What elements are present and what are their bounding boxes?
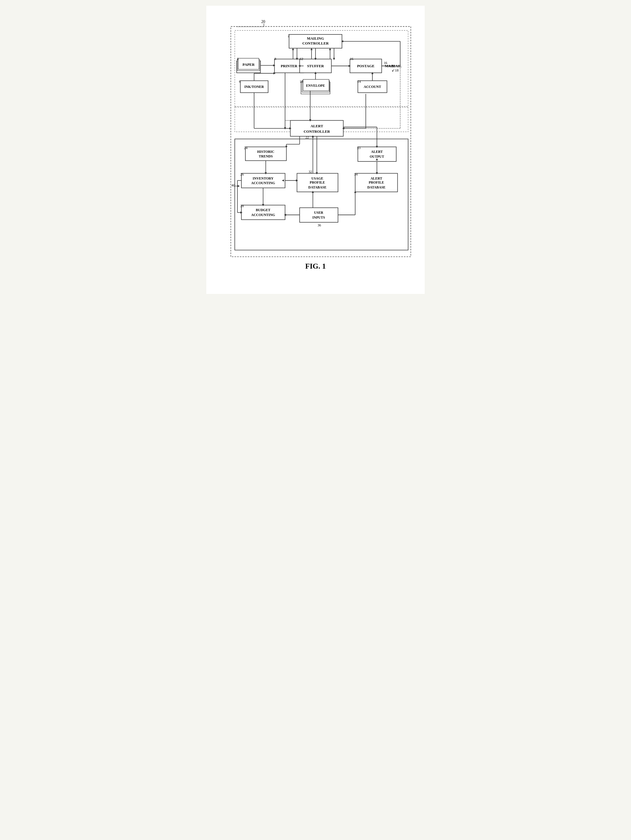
alert-controller-label2: CONTROLLER (304, 129, 330, 134)
paper-label: PAPER (242, 63, 255, 67)
mailing-controller-label: MAILING (307, 36, 324, 41)
user-inputs-label: USER (314, 211, 323, 215)
alert-output-label2: OUTPUT (370, 155, 384, 159)
historic-trends-box (245, 147, 286, 161)
budget-accounting-label: BUDGET (256, 208, 270, 212)
usage-profile-label2: PROFILE (310, 180, 325, 185)
budget-accounting-label2: ACCOUNTING (251, 213, 275, 217)
account-label: ACCOUNT (364, 85, 381, 89)
ref-28: 28 (240, 204, 244, 208)
diagram-svg: 20 MAILING CONTROLLER 2 PAPER 4 INK/TONE… (215, 17, 416, 277)
alert-profile-label3: DATABASE (367, 185, 385, 189)
inventory-accounting-label: INVENTORY (253, 176, 274, 180)
ink-toner-label: INK/TONER (244, 85, 264, 89)
ref-2: 2 (288, 34, 289, 38)
budget-accounting-box (241, 205, 285, 220)
alert-profile-label2: PROFILE (368, 180, 384, 185)
ref-12: 12 (300, 57, 303, 61)
alert-profile-label: ALERT (370, 176, 382, 180)
postage-label: POSTAGE (357, 64, 375, 68)
historic-trends-label: HISTORIC (257, 150, 274, 154)
ref-14: 14 (357, 80, 361, 84)
ref-10: 10 (300, 80, 303, 84)
user-inputs-box (300, 208, 338, 223)
user-inputs-label2: INPUTS (312, 215, 325, 219)
ref-16: 16 (350, 57, 353, 61)
ref-6: 6 (239, 80, 241, 84)
historic-trends-label2: TRENDS (259, 154, 273, 158)
envelope-label: ENVELOPE (306, 84, 325, 88)
fig-caption: FIG. 1 (305, 262, 326, 270)
alert-output-label: ALERT (371, 150, 383, 154)
page: 20 MAILING CONTROLLER 2 PAPER 4 INK/TONE… (206, 6, 425, 294)
ref-33: 33 (357, 146, 361, 150)
ref-22: 22 (305, 135, 309, 139)
svg-marker-39 (238, 185, 240, 187)
alert-controller-box (291, 120, 343, 136)
ref-20: 20 (261, 19, 265, 24)
ref-36: 36 (318, 223, 321, 227)
stuffer-label: STUFFER (307, 64, 324, 68)
ref-16b: 16 (384, 61, 387, 65)
inventory-accounting-box (241, 173, 285, 188)
usage-profile-label3: DATABASE (308, 185, 326, 189)
ref-34: 34 (354, 172, 357, 176)
printer-label: PRINTER (281, 64, 298, 68)
ref-24: 24 (244, 146, 247, 150)
mailing-controller-label2: CONTROLLER (302, 41, 329, 46)
ref-26: 26 (240, 172, 244, 176)
usage-profile-label: USAGE (312, 176, 323, 180)
ref-32: 32 (308, 170, 312, 174)
ref-8: 8 (274, 57, 276, 61)
ref-4: 4 (237, 57, 239, 61)
inventory-accounting-label2: ACCOUNTING (251, 181, 275, 185)
ref-40: 40 (231, 183, 235, 187)
svg-marker-26 (333, 58, 335, 60)
alert-controller-label: ALERT (311, 124, 323, 128)
ref-18: ↙18 (392, 68, 399, 73)
